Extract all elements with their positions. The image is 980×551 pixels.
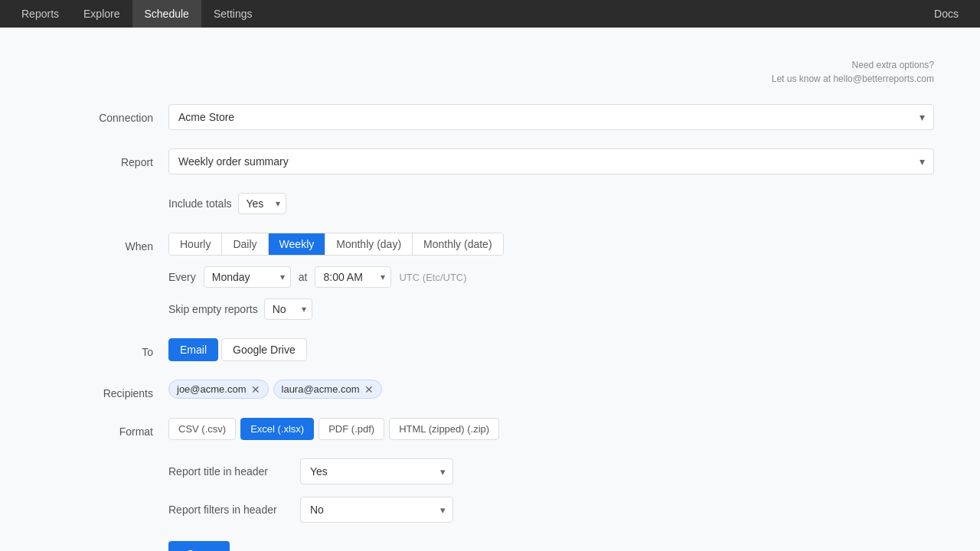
when-label: When	[46, 233, 168, 253]
recipient-remove-joe[interactable]: ✕	[251, 384, 260, 395]
skip-select-wrapper: No Yes	[264, 298, 312, 320]
recipients-control: joe@acme.com ✕ laura@acme.com ✕	[168, 380, 934, 399]
report-filters-select-wrapper: No Yes	[300, 497, 453, 523]
recipient-email-joe: joe@acme.com	[177, 383, 247, 395]
report-filters-header-label: Report filters in header	[168, 504, 291, 516]
format-label: Format	[46, 418, 168, 438]
include-totals-label: Include totals	[168, 197, 232, 210]
recipients-area: joe@acme.com ✕ laura@acme.com ✕	[168, 380, 934, 399]
help-line1: Need extra options?	[46, 58, 934, 72]
include-totals-select-wrapper: Yes No	[238, 193, 286, 214]
report-title-select[interactable]: Yes No	[300, 458, 453, 484]
nav-docs-link[interactable]: Docs	[922, 8, 971, 20]
nav-bar: Reports Explore Schedule Settings Docs	[0, 0, 980, 28]
to-btn-google-drive[interactable]: Google Drive	[221, 338, 307, 361]
connection-control: Acme Store	[168, 104, 934, 130]
report-title-header-row: Report title in header Yes No	[46, 458, 934, 484]
nav-item-explore[interactable]: Explore	[71, 0, 132, 28]
report-filters-header-row: Report filters in header No Yes	[46, 497, 934, 523]
connection-label: Connection	[46, 104, 168, 124]
when-row: When Hourly Daily Weekly Monthly (day) M…	[46, 233, 934, 320]
connection-select-wrapper: Acme Store	[168, 104, 934, 130]
report-select[interactable]: Weekly order summary	[168, 148, 934, 174]
recipient-email-laura: laura@acme.com	[282, 383, 360, 395]
nav-item-schedule[interactable]: Schedule	[132, 0, 201, 28]
format-btn-xlsx[interactable]: Excel (.xlsx)	[240, 418, 314, 440]
format-btn-csv[interactable]: CSV (.csv)	[168, 418, 236, 440]
report-row: Report Weekly order summary	[46, 148, 934, 174]
to-label: To	[46, 338, 168, 358]
frequency-tab-group: Hourly Daily Weekly Monthly (day) Monthl…	[168, 233, 504, 256]
include-totals-row: Include totals Yes No	[46, 193, 934, 214]
tab-monthly-day[interactable]: Monthly (day)	[325, 233, 413, 255]
save-section: Save	[46, 535, 934, 551]
save-button[interactable]: Save	[168, 541, 230, 551]
recipient-chip-joe: joe@acme.com ✕	[168, 380, 269, 399]
help-line2: Let us know at hello@betterreports.com	[46, 72, 934, 86]
report-select-wrapper: Weekly order summary	[168, 148, 934, 174]
skip-select[interactable]: No Yes	[264, 298, 312, 320]
to-btn-email[interactable]: Email	[168, 338, 218, 361]
tab-hourly[interactable]: Hourly	[169, 233, 222, 255]
report-title-header-label: Report title in header	[168, 465, 291, 478]
when-control: Hourly Daily Weekly Monthly (day) Monthl…	[168, 233, 934, 320]
every-label: Every	[168, 271, 196, 283]
include-totals-select[interactable]: Yes No	[238, 193, 286, 214]
nav-item-reports[interactable]: Reports	[9, 0, 71, 28]
report-control: Weekly order summary	[168, 148, 934, 174]
skip-label: Skip empty reports	[168, 303, 258, 315]
day-select-wrapper: Monday Tuesday Wednesday Thursday Friday…	[204, 266, 291, 288]
main-content: Need extra options? Let us know at hello…	[0, 28, 980, 551]
format-btn-html[interactable]: HTML (zipped) (.zip)	[389, 418, 499, 440]
to-control: Email Google Drive	[168, 338, 934, 361]
tab-daily[interactable]: Daily	[222, 233, 268, 255]
recipients-row: Recipients joe@acme.com ✕ laura@acme.com…	[46, 380, 934, 399]
connection-select[interactable]: Acme Store	[168, 104, 934, 130]
report-title-select-wrapper: Yes No	[300, 458, 453, 484]
connection-row: Connection Acme Store	[46, 104, 934, 130]
to-row: To Email Google Drive	[46, 338, 934, 361]
format-control: CSV (.csv) Excel (.xlsx) PDF (.pdf) HTML…	[168, 418, 934, 440]
recipient-remove-laura[interactable]: ✕	[364, 384, 374, 395]
format-row: Format CSV (.csv) Excel (.xlsx) PDF (.pd…	[46, 418, 934, 440]
report-label: Report	[46, 148, 168, 168]
skip-row: Skip empty reports No Yes	[168, 298, 934, 320]
recipient-chip-laura: laura@acme.com ✕	[273, 380, 382, 399]
every-row: Every Monday Tuesday Wednesday Thursday …	[168, 266, 934, 288]
time-select-wrapper: 12:00 AM 1:00 AM 2:00 AM 3:00 AM 4:00 AM…	[315, 266, 391, 288]
to-button-group: Email Google Drive	[168, 338, 934, 361]
day-select[interactable]: Monday Tuesday Wednesday Thursday Friday…	[204, 266, 291, 288]
main-nav: Reports Explore Schedule Settings Docs	[0, 0, 980, 28]
recipients-label: Recipients	[46, 380, 168, 399]
tab-monthly-date[interactable]: Monthly (date)	[413, 233, 502, 255]
timezone-label: UTC (Etc/UTC)	[399, 272, 466, 283]
tab-weekly[interactable]: Weekly	[269, 233, 326, 255]
format-button-group: CSV (.csv) Excel (.xlsx) PDF (.pdf) HTML…	[168, 418, 934, 440]
time-select[interactable]: 12:00 AM 1:00 AM 2:00 AM 3:00 AM 4:00 AM…	[315, 266, 391, 288]
nav-item-settings[interactable]: Settings	[201, 0, 265, 28]
at-label: at	[299, 271, 308, 283]
format-btn-pdf[interactable]: PDF (.pdf)	[318, 418, 384, 440]
report-filters-select[interactable]: No Yes	[300, 497, 453, 523]
help-text-block: Need extra options? Let us know at hello…	[46, 58, 934, 86]
